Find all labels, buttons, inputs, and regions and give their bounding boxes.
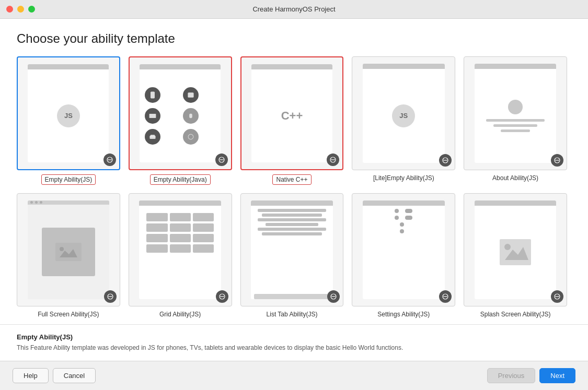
landscape-image [42,228,95,276]
templates-area: JS Empty Ability(JS) [17,56,571,324]
template-card-lite-empty-js[interactable]: JS [352,56,455,170]
list-line [262,214,322,217]
template-label-list-tab-js: List Tab Ability(JS) [267,311,318,318]
svg-point-41 [335,296,336,297]
tv-icon [145,108,160,124]
svg-point-14 [222,159,223,160]
list-line [262,232,322,235]
svg-rect-7 [189,114,192,118]
template-card-full-screen-js[interactable] [17,193,120,307]
badge-about-ability-js [551,154,563,167]
grid-cell [193,213,214,221]
templates-grid-container[interactable]: JS Empty Ability(JS) [17,56,571,324]
svg-point-36 [222,296,223,297]
svg-point-16 [331,159,332,160]
svg-point-1 [108,159,109,160]
svg-point-50 [556,296,557,297]
svg-point-3 [110,159,111,160]
main-content: Choose your ability template JS [0,19,588,324]
template-about-ability-js[interactable]: About Ability(JS) [464,56,567,185]
about-circle [508,100,523,114]
about-line-1 [486,119,545,122]
template-card-list-tab-js[interactable] [240,193,344,307]
about-line-3 [501,129,530,132]
svg-point-32 [110,296,111,297]
svg-rect-4 [151,91,155,98]
template-empty-js[interactable]: JS Empty Ability(JS) [17,56,120,185]
template-label-grid-ability-js: Grid Ability(JS) [159,311,201,318]
maximize-button[interactable] [28,6,35,13]
template-settings-ability-js[interactable]: Settings Ability(JS) [352,193,455,318]
svg-point-51 [557,296,558,297]
template-list-tab-js[interactable]: List Tab Ability(JS) [240,193,344,318]
grid-cell [146,234,167,242]
svg-point-35 [220,296,221,297]
badge-lite-empty-js [439,154,452,167]
grid-cell [146,244,167,253]
svg-rect-6 [149,114,156,118]
minimize-button[interactable] [17,6,24,13]
about-line-2 [493,124,537,127]
svg-point-21 [445,160,446,161]
settings-row [400,229,407,233]
globe-icon [183,129,199,145]
grid-cell [193,234,214,242]
help-button[interactable]: Help [13,368,49,383]
bottom-panel: Empty Ability(JS) This Feature Ability t… [0,324,588,361]
grid-cell [170,244,191,253]
grid-cell [146,213,167,221]
template-label-full-screen-js: Full Screen Ability(JS) [38,311,99,318]
template-full-screen-js[interactable]: Full Screen Ability(JS) [17,193,120,318]
template-label-settings-ability-js: Settings Ability(JS) [377,311,430,318]
grid-cell [170,223,191,232]
template-card-native-cpp[interactable]: C++ [240,56,344,170]
titlebar: Create HarmonyOS Project [0,0,588,19]
template-card-settings-ability-js[interactable] [352,193,455,307]
footer-right: Previous Next [487,368,575,383]
titlebar-controls [6,6,35,13]
list-line [258,218,326,221]
grid-cell [146,223,167,232]
svg-rect-27 [55,243,82,261]
close-button[interactable] [6,6,13,13]
template-empty-java[interactable]: Empty Ability(Java) [129,56,232,185]
cancel-button[interactable]: Cancel [53,368,96,383]
template-grid-ability-js[interactable]: Grid Ability(JS) [129,193,232,318]
svg-point-33 [111,296,112,297]
list-line [258,209,326,212]
grid-cell [193,244,214,253]
svg-point-24 [556,160,557,161]
footer-left: Help Cancel [13,368,96,383]
template-card-grid-ability-js[interactable] [129,193,232,307]
svg-point-45 [446,296,447,297]
template-splash-screen-js[interactable]: Splash Screen Ability(JS) [464,193,567,318]
js-icon: JS [57,104,80,127]
footer: Help Cancel Previous Next [0,361,588,390]
badge-splash-screen-js [551,290,563,303]
svg-point-26 [558,160,559,161]
grid-cell [170,234,191,242]
cpp-icon: C++ [281,109,303,123]
svg-point-29 [60,247,64,251]
template-lite-empty-js[interactable]: JS [Lite]Empty Ability(JS) [352,56,455,185]
template-card-about-ability-js[interactable] [464,56,567,170]
bottom-description: This Feature Ability template was develo… [17,343,571,352]
svg-point-20 [444,160,445,161]
list-line [266,223,318,226]
svg-point-22 [446,160,447,161]
next-button[interactable]: Next [539,368,575,383]
badge-settings-ability-js [439,290,452,303]
phone-icon [145,87,160,103]
settings-row [395,216,412,220]
template-card-splash-screen-js[interactable] [464,193,567,307]
svg-point-13 [221,159,222,160]
grid-cell [170,213,191,221]
grid-cell [193,223,214,232]
template-native-cpp[interactable]: C++ Native C++ [240,56,344,185]
previous-button[interactable]: Previous [487,368,536,383]
template-card-empty-java[interactable] [129,56,232,170]
badge-list-tab-js [327,290,340,303]
templates-grid: JS Empty Ability(JS) [17,56,567,324]
template-card-empty-js[interactable]: JS [17,56,120,170]
page-heading: Choose your ability template [17,31,571,46]
